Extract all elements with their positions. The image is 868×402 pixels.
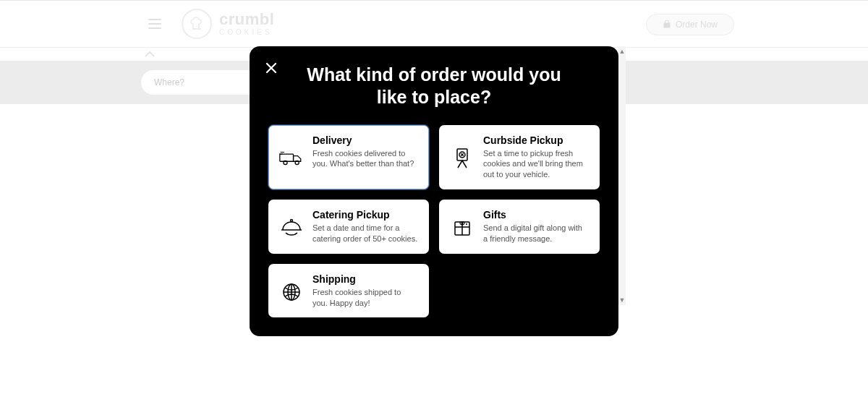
option-title: Catering Pickup [312, 209, 418, 221]
svg-point-7 [466, 223, 467, 225]
gift-icon [450, 209, 475, 244]
chevron-up-icon [145, 51, 155, 58]
option-curbside[interactable]: Curbside Pickup Set a time to pickup fre… [439, 125, 600, 190]
chef-hat-icon [182, 9, 212, 39]
menu-button[interactable] [148, 19, 161, 29]
order-type-modal: What kind of order would you like to pla… [250, 46, 618, 336]
order-now-button[interactable]: Order Now [646, 14, 734, 35]
option-title: Curbside Pickup [483, 134, 589, 146]
option-desc: Fresh cookies delivered to you. What's b… [312, 148, 418, 170]
cloche-icon [279, 209, 304, 244]
truck-icon [279, 134, 304, 181]
site-header: crumbl cookies Order Now [0, 0, 868, 48]
option-gifts[interactable]: Gifts Send a digital gift along with a f… [439, 200, 600, 254]
order-now-label: Order Now [676, 20, 718, 30]
option-catering[interactable]: Catering Pickup Set a date and time for … [268, 200, 429, 254]
option-title: Gifts [483, 209, 589, 221]
brand-sub: cookies [219, 29, 274, 36]
bag-icon [663, 20, 671, 29]
search-placeholder: Where? [154, 77, 184, 87]
sign-icon [450, 134, 475, 181]
close-icon [264, 61, 278, 75]
close-button[interactable] [264, 61, 278, 78]
option-delivery[interactable]: Delivery Fresh cookies delivered to you.… [268, 125, 429, 190]
svg-point-5 [291, 220, 293, 222]
brand-name: crumbl [219, 12, 274, 27]
option-desc: Set a date and time for a catering order… [312, 223, 418, 244]
option-title: Shipping [312, 273, 418, 285]
brand-logo[interactable]: crumbl cookies [182, 9, 274, 39]
globe-icon [279, 273, 304, 309]
option-title: Delivery [312, 134, 418, 146]
option-shipping[interactable]: Shipping Fresh cookies shipped to you. H… [268, 264, 429, 318]
option-desc: Set a time to pickup fresh cookies and w… [483, 148, 589, 181]
modal-title: What kind of order would you like to pla… [290, 64, 578, 109]
modal-scrollbar[interactable]: ▲ ▼ [618, 46, 626, 305]
scroll-down-icon: ▼ [619, 296, 626, 304]
order-options-grid: Delivery Fresh cookies delivered to you.… [268, 125, 600, 318]
option-desc: Fresh cookies shipped to you. Happy day! [312, 287, 418, 309]
option-desc: Send a digital gift along with a friendl… [483, 223, 589, 244]
scroll-up-icon: ▲ [619, 48, 626, 55]
svg-rect-0 [280, 154, 294, 161]
